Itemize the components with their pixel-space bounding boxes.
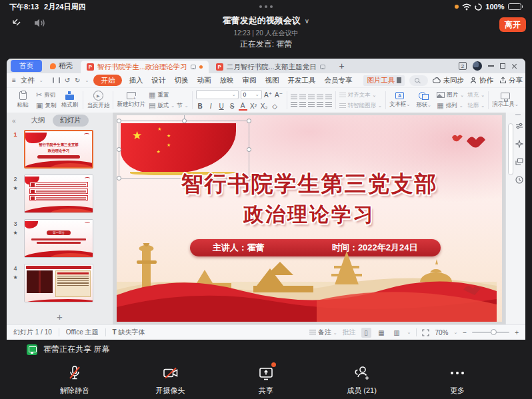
menu-start-active[interactable]: 开始	[93, 75, 122, 86]
collapse-panel-icon[interactable]: «	[12, 117, 16, 125]
save-icon[interactable]	[53, 77, 54, 83]
menu-picture-tools[interactable]: 图片工具	[363, 75, 405, 86]
menu-file[interactable]: 文件	[21, 76, 35, 85]
menu-view[interactable]: 视图	[263, 76, 281, 85]
tab-outline[interactable]: 大纲	[31, 116, 45, 125]
subscript-button[interactable]: X₂	[260, 103, 269, 110]
slide-title-line2[interactable]: 政治理论学习	[117, 201, 502, 228]
align-center-icon[interactable]	[299, 102, 306, 107]
slide-sorter-view-button[interactable]: ▦	[377, 328, 387, 338]
format-painter-button[interactable]: 格式刷	[59, 91, 79, 109]
resize-handle[interactable]	[117, 119, 121, 123]
properties-sliders-icon[interactable]	[515, 122, 523, 130]
hamburger-icon[interactable]: ≡	[12, 77, 16, 84]
align-left-icon[interactable]	[291, 102, 297, 107]
menu-animation[interactable]: 动画	[195, 76, 213, 85]
unmute-button[interactable]: 解除静音	[48, 362, 101, 399]
minimize-button[interactable]	[488, 65, 494, 67]
tab-home[interactable]: 首页	[11, 60, 42, 72]
theme-indicator[interactable]: Office 主题	[66, 328, 99, 337]
tab-slides[interactable]: 幻灯片	[53, 115, 89, 127]
menu-member[interactable]: 会员专享	[322, 76, 354, 85]
layout-button[interactable]: ▤ 版式 ⌄	[149, 102, 175, 110]
command-search[interactable]	[409, 75, 428, 86]
zoom-out-button[interactable]: −	[463, 329, 467, 336]
duplicate-slide-icon[interactable]	[515, 158, 523, 166]
comment-bubble-icon[interactable]	[320, 65, 325, 69]
smart-beautify-icon[interactable]	[515, 140, 523, 148]
zoom-slider[interactable]	[472, 332, 509, 333]
increase-indent-icon[interactable]	[317, 95, 323, 99]
caret-down-icon[interactable]: ⌄	[85, 78, 89, 83]
copy-button[interactable]: ▣ 复制	[36, 102, 56, 110]
resize-handle[interactable]	[247, 147, 251, 152]
missing-font-warning[interactable]: T 缺失字体	[113, 328, 145, 337]
slide-thumbnail-2[interactable]: 2 ★	[7, 175, 113, 213]
slide-thumbnail-1[interactable]: 1 智行书院学生第三党支部 政治理论学习	[7, 130, 113, 169]
text-direction-icon[interactable]	[325, 95, 332, 99]
more-button[interactable]: 更多	[431, 362, 484, 399]
close-button[interactable]	[511, 63, 517, 69]
leave-meeting-button[interactable]: 离开	[499, 17, 526, 32]
add-slide-button[interactable]: +	[7, 308, 113, 324]
reset-button[interactable]: ▦ 重置	[149, 91, 189, 99]
caret-down-icon[interactable]: ⌄	[407, 330, 411, 335]
print-icon[interactable]	[59, 77, 60, 83]
italic-button[interactable]: I	[207, 103, 215, 110]
notes-button[interactable]: 备注 ⌄	[309, 328, 337, 337]
new-slide-button[interactable]: 新建幻灯片	[117, 92, 145, 109]
camera-on-button[interactable]: 开摄像头	[144, 362, 197, 399]
zoom-in-button[interactable]: +	[515, 329, 519, 336]
zoom-slider-knob[interactable]	[491, 329, 497, 335]
clear-format-button[interactable]: ◇	[271, 103, 279, 110]
members-button[interactable]: 成员 (21)	[335, 362, 389, 399]
account-avatar[interactable]	[473, 61, 482, 71]
new-tab-button[interactable]: +	[333, 61, 351, 71]
paste-button[interactable]: 粘贴	[13, 91, 33, 109]
font-color-button[interactable]: A	[239, 102, 247, 111]
shapes-button[interactable]: 形状⌄	[413, 92, 433, 109]
slide-title-line1[interactable]: 智行书院学生第三党支部	[117, 169, 502, 199]
picture-button[interactable]: 图片⌄	[437, 91, 464, 99]
share-screen-button[interactable]: 共享	[239, 362, 293, 399]
shrink-font-button[interactable]: A⁻	[275, 91, 283, 99]
zoom-level[interactable]: 70%	[435, 329, 448, 336]
text-box-button[interactable]: A 文本框⌄	[389, 92, 410, 109]
menu-devtools[interactable]: 开发工具	[285, 76, 317, 85]
menu-transition[interactable]: 切换	[172, 76, 190, 85]
menu-insert[interactable]: 插入	[127, 76, 145, 85]
fit-slide-icon[interactable]	[422, 329, 429, 336]
vertical-scrollbar[interactable]	[508, 123, 513, 175]
play-from-current-button[interactable]: ▶ 当页开始	[87, 91, 109, 110]
superscript-button[interactable]: X²	[249, 103, 258, 110]
grow-font-button[interactable]: A⁺	[264, 91, 273, 99]
menu-review[interactable]: 审阅	[240, 76, 258, 85]
normal-view-button[interactable]: ▯	[361, 328, 371, 338]
sync-status[interactable]: 未同步	[433, 76, 464, 85]
slide-thumbnail-4[interactable]: 4 ★	[7, 264, 113, 302]
bold-button[interactable]: B	[196, 103, 205, 110]
presentation-tools-button[interactable]: 演示工具⌄	[492, 93, 519, 109]
undo-icon[interactable]: ↺	[65, 77, 70, 84]
decrease-indent-icon[interactable]	[308, 95, 315, 99]
reading-view-button[interactable]: ▥	[392, 328, 402, 338]
share-button[interactable]: 分享	[499, 76, 523, 85]
redo-icon[interactable]: ↻	[75, 77, 80, 84]
font-size-combo[interactable]: 0 ⌄	[241, 90, 262, 99]
section-button[interactable]: 节 ⌄	[177, 102, 188, 110]
justify-icon[interactable]	[317, 102, 323, 107]
speaker-icon[interactable]	[34, 18, 46, 28]
timer-icon[interactable]	[515, 176, 523, 184]
font-family-combo[interactable]: ⌄	[196, 90, 239, 99]
resize-handle[interactable]	[182, 119, 187, 123]
cut-button[interactable]: ✂ 剪切	[36, 91, 56, 99]
slide-1[interactable]: ★ ★★ ★★	[117, 115, 502, 322]
resize-handle[interactable]	[117, 147, 121, 152]
bullets-icon[interactable]	[291, 95, 297, 99]
tab-document-active[interactable]: P 智行书院学生...政治理论学习	[81, 61, 209, 73]
menu-slideshow[interactable]: 放映	[217, 76, 235, 85]
underline-button[interactable]: U	[217, 103, 226, 110]
tab-docer[interactable]: 稻壳	[43, 61, 79, 71]
numbering-icon[interactable]	[299, 95, 306, 99]
collaborate-button[interactable]: 协作	[470, 76, 493, 85]
